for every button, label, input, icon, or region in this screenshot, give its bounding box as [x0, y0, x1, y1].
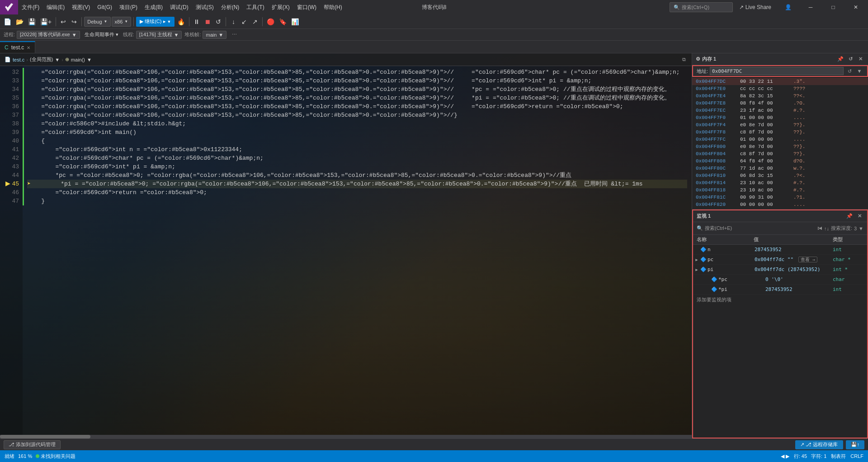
- memory-refresh-btn[interactable]: ↺: [846, 55, 854, 63]
- hot-reload-btn[interactable]: 🔥: [175, 16, 187, 27]
- thread-label: 线程:: [123, 31, 134, 38]
- expand-debug-btn[interactable]: ⋯: [229, 29, 239, 40]
- toolbar: 📄 📂 💾 💾+ ↩ ↪ Debug ▼ x86 ▼ ▶ 继续(C) ▸ ▼ 🔥…: [0, 14, 868, 29]
- settings-icon[interactable]: ⚙: [696, 56, 700, 62]
- platform-dropdown[interactable]: x86 ▼: [112, 17, 132, 27]
- new-file-btn[interactable]: 📄: [2, 16, 13, 27]
- add-watch-item[interactable]: 添加要监视的项: [693, 295, 867, 305]
- open-file-btn[interactable]: 📂: [14, 16, 25, 27]
- menu-test[interactable]: 测试(S): [192, 0, 217, 14]
- menu-analyze[interactable]: 分析(N): [217, 0, 243, 14]
- code-line-35: ="color:rgba(="color:#b5cea8">106,="colo…: [27, 94, 687, 102]
- status-problems[interactable]: 未找到相关问题: [36, 453, 75, 460]
- step-out-btn[interactable]: ↗: [250, 16, 260, 27]
- watch-var-value[interactable]: 0x004ff7dc (287453952): [753, 267, 831, 272]
- break-all-btn[interactable]: ⏸: [192, 16, 202, 27]
- restart-btn[interactable]: ↺: [213, 16, 223, 27]
- expand-icon[interactable]: ▶: [693, 257, 700, 262]
- memory-close-btn[interactable]: ✕: [856, 55, 864, 63]
- menu-tools[interactable]: 工具(T): [243, 0, 268, 14]
- menu-edit[interactable]: 编辑(E): [43, 0, 68, 14]
- breakpoint-btn[interactable]: 🔴: [265, 16, 276, 27]
- process-dropdown[interactable]: [20228] 博客代码8.exe ▼: [17, 31, 80, 39]
- expand-icon[interactable]: ↑↓: [824, 226, 829, 231]
- memory-pin-btn[interactable]: 📌: [836, 55, 844, 63]
- close-button[interactable]: ✕: [845, 0, 866, 14]
- memory-panel-header: ⚙ 内存 1 📌 ↺ ✕: [692, 53, 868, 65]
- watch-var-value[interactable]: 287453952: [764, 286, 831, 292]
- watch-row[interactable]: ▶ 🔷 pi 0x004ff7dc (287453952) int *: [693, 265, 867, 275]
- save-all-btn[interactable]: 💾+: [38, 16, 53, 27]
- step-over-btn[interactable]: ↓: [228, 16, 238, 27]
- menu-build[interactable]: 生成(B): [141, 0, 166, 14]
- scroll-right-icon[interactable]: ▶: [786, 453, 789, 459]
- remote-btn[interactable]: ↗ ⎇ 远程存储库: [795, 440, 843, 449]
- perf-btn[interactable]: 📊: [289, 16, 301, 27]
- watch-var-value[interactable]: 0 '\0': [764, 276, 831, 282]
- menu-window[interactable]: 窗口(W): [293, 0, 320, 14]
- stop-debug-btn[interactable]: ⏹: [203, 16, 212, 27]
- debug-config-dropdown[interactable]: Debug ▼: [84, 17, 110, 27]
- breadcrumb-fn-dropdown[interactable]: ⊕ main() ▼: [65, 55, 92, 64]
- tab-close-icon[interactable]: ✕: [27, 45, 30, 50]
- breadcrumb-scope-dropdown[interactable]: (全局范围) ▼: [30, 55, 60, 64]
- memory-content[interactable]: 0x004FF7DC 00 33 22 11 .3". 0x004FF7E0 c…: [692, 77, 868, 209]
- memory-addr-input[interactable]: [710, 67, 844, 75]
- watch-row[interactable]: 🔷 *pi 287453952 int: [693, 285, 867, 295]
- restore-button[interactable]: □: [823, 0, 844, 14]
- account-button[interactable]: 👤: [778, 0, 798, 14]
- liveshare-button[interactable]: ↗ Live Share: [735, 0, 776, 14]
- watch-table-header: 名称 值 类型: [693, 235, 867, 245]
- memory-addr-dropdown-btn[interactable]: ▼: [855, 67, 863, 75]
- bookmark-btn[interactable]: 🔖: [277, 16, 288, 27]
- watch-row[interactable]: ▶ 🔷 pc 0x004ff7dc "" 查看 → char *: [693, 255, 867, 265]
- split-editor-btn[interactable]: ⧉: [680, 56, 688, 64]
- step-into-btn[interactable]: ↙: [239, 16, 249, 27]
- watch-row[interactable]: 🔷 n 287453952 int: [693, 245, 867, 255]
- continue-button[interactable]: ▶ 继续(C) ▸ ▼: [136, 17, 175, 27]
- memory-bytes: e0 8e 7d 00: [740, 121, 790, 129]
- scrollbar-thumb[interactable]: [0, 435, 90, 438]
- watch-row[interactable]: 🔷 *pc 0 '\0' char: [693, 275, 867, 285]
- watch-var-value[interactable]: 287453952: [753, 247, 831, 252]
- horizontal-scrollbar[interactable]: [0, 435, 692, 438]
- menu-git[interactable]: Git(G): [94, 0, 116, 14]
- watch-var-value[interactable]: 0x004ff7dc "" 查看 →: [753, 257, 831, 263]
- memory-addr-confirm-btn[interactable]: ↺: [845, 67, 854, 75]
- redo-btn[interactable]: ↪: [69, 16, 79, 27]
- lifecycle-btn[interactable]: 生命周期事件 ▾: [83, 29, 120, 40]
- lookup-button[interactable]: 查看 →: [798, 257, 817, 262]
- global-search-bar[interactable]: 🔍 搜索(Ctrl+Q): [670, 2, 733, 12]
- menu-extensions[interactable]: 扩展(X): [268, 0, 293, 14]
- watch-pin-btn[interactable]: 📌: [845, 212, 854, 220]
- code-container[interactable]: 32333435363738394041424344454647 ="color…: [0, 66, 692, 438]
- stack-dropdown[interactable]: main ▼: [203, 31, 226, 39]
- status-line-ending[interactable]: CRLF: [850, 453, 863, 459]
- expand-icon[interactable]: ▶: [693, 267, 700, 272]
- minimize-button[interactable]: ─: [800, 0, 821, 14]
- menu-file[interactable]: 文件(F): [18, 0, 43, 14]
- memory-row: 0x004FF808 64 f8 4f 00 d?O.: [692, 157, 868, 165]
- source-control-btn[interactable]: ⎇ 添加到源代码管理: [4, 440, 61, 449]
- watch-close-btn[interactable]: ✕: [855, 212, 863, 220]
- menu-view[interactable]: 视图(V): [68, 0, 94, 14]
- status-zoom[interactable]: 161 %: [18, 453, 32, 459]
- memory-bytes: cc cc cc cc: [740, 85, 790, 92]
- memory-chars: #.?.: [793, 179, 805, 186]
- filter-icon[interactable]: ⧒: [817, 225, 822, 231]
- menu-debug[interactable]: 调试(D): [166, 0, 192, 14]
- save-btn[interactable]: 💾: [26, 16, 38, 27]
- scroll-left-icon[interactable]: ◀: [781, 453, 784, 459]
- tab-test-c[interactable]: C test.c ✕: [0, 41, 35, 53]
- menu-project[interactable]: 项目(P): [116, 0, 141, 14]
- status-mode[interactable]: 就绪: [5, 453, 14, 460]
- breadcrumb-file[interactable]: test.c: [13, 57, 24, 62]
- save-push-btn[interactable]: 💾↑: [846, 440, 865, 449]
- status-position[interactable]: 行: 45 字符: 1: [794, 453, 827, 460]
- status-encoding[interactable]: 制表符: [831, 453, 846, 460]
- watch-var-icon: 🔷: [711, 286, 718, 292]
- menu-help[interactable]: 帮助(H): [320, 0, 346, 14]
- undo-btn[interactable]: ↩: [58, 16, 68, 27]
- thread-dropdown[interactable]: [14176] 主线程 ▼: [136, 31, 182, 39]
- depth-dropdown-icon[interactable]: ▼: [859, 226, 863, 231]
